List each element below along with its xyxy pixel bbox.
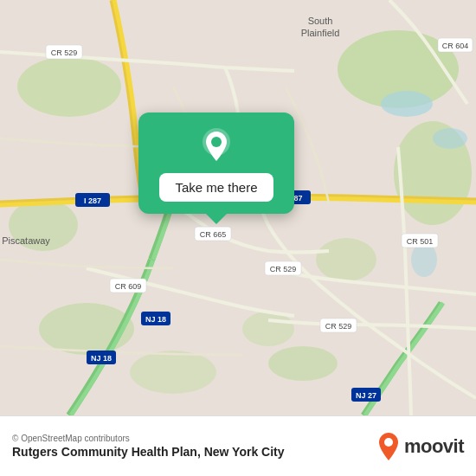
bottom-info: © OpenStreetMap contributors Rutgers Com… bbox=[12, 434, 285, 459]
svg-point-4 bbox=[316, 238, 376, 281]
svg-text:NJ 27: NJ 27 bbox=[356, 391, 376, 400]
map-container: CR 529 I 287 287 CR 665 CR 609 CR 529 CR… bbox=[0, 0, 476, 415]
svg-text:CR 529: CR 529 bbox=[270, 265, 297, 273]
svg-point-11 bbox=[433, 128, 467, 149]
svg-point-41 bbox=[211, 137, 222, 147]
svg-point-1 bbox=[17, 56, 121, 117]
osm-credit: © OpenStreetMap contributors bbox=[12, 434, 285, 443]
svg-text:CR 529: CR 529 bbox=[325, 322, 352, 331]
svg-text:CR 501: CR 501 bbox=[407, 237, 434, 246]
svg-text:Plainfield: Plainfield bbox=[301, 28, 340, 38]
svg-text:South: South bbox=[308, 16, 333, 26]
svg-text:I 287: I 287 bbox=[84, 196, 101, 205]
svg-text:CR 665: CR 665 bbox=[200, 230, 227, 239]
svg-point-42 bbox=[384, 438, 393, 447]
moovit-brand-text: moovit bbox=[404, 435, 464, 458]
svg-point-9 bbox=[242, 312, 294, 346]
bottom-bar: © OpenStreetMap contributors Rutgers Com… bbox=[0, 415, 476, 476]
popup-card: Take me there bbox=[138, 113, 294, 214]
svg-text:Piscataway: Piscataway bbox=[2, 235, 50, 246]
take-me-there-button[interactable]: Take me there bbox=[159, 173, 273, 202]
location-pin-icon bbox=[197, 126, 235, 164]
svg-text:CR 529: CR 529 bbox=[51, 48, 78, 57]
moovit-logo: moovit bbox=[376, 431, 464, 462]
moovit-pin-icon bbox=[376, 431, 401, 462]
svg-text:CR 609: CR 609 bbox=[115, 282, 142, 291]
location-name: Rutgers Community Health Plan, New York … bbox=[12, 445, 285, 459]
svg-text:CR 604: CR 604 bbox=[442, 42, 469, 50]
svg-point-10 bbox=[381, 91, 433, 117]
svg-point-6 bbox=[130, 351, 216, 394]
svg-text:NJ 18: NJ 18 bbox=[91, 354, 112, 363]
svg-point-7 bbox=[268, 346, 338, 381]
svg-text:NJ 18: NJ 18 bbox=[145, 315, 166, 324]
